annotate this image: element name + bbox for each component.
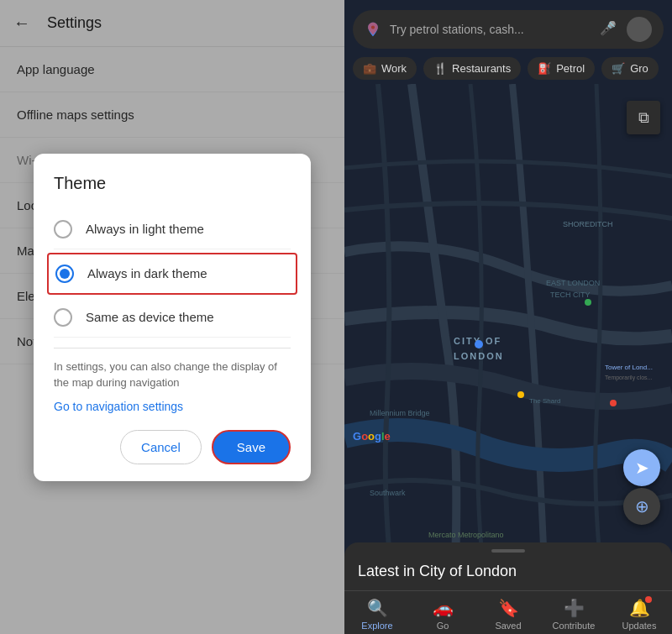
dialog-hint: In settings, you can also change the dis… [54,359,291,391]
nav-label-contribute: Contribute [553,621,596,631]
search-bar[interactable]: Try petrol stations, cash... 🎤 [353,10,664,49]
search-placeholder[interactable]: Try petrol stations, cash... [390,23,593,36]
layers-icon: ⧉ [638,109,649,127]
svg-text:Temporarily clos...: Temporarily clos... [605,375,652,381]
svg-text:Southwark: Southwark [370,489,406,497]
svg-point-13 [610,400,617,406]
saved-icon: 🔖 [498,598,519,618]
radio-label-light: Always in light theme [86,222,204,236]
navigate-fab[interactable]: ➤ [623,449,660,486]
radio-circle-device [54,308,72,327]
radio-label-device: Same as device theme [86,310,214,324]
cancel-button[interactable]: Cancel [120,430,202,464]
radio-circle-dark [55,265,74,283]
save-button[interactable]: Save [212,430,291,464]
svg-point-12 [517,391,524,398]
nav-settings-link[interactable]: Go to navigation settings [54,400,291,413]
bottom-title: Latest in City of London [344,559,672,590]
work-icon: 💼 [363,62,376,75]
radio-label-dark: Always in dark theme [87,266,207,280]
maps-panel: CITY OF LONDON SHOREDITCH EAST LONDON TE… [344,0,672,634]
chip-restaurants[interactable]: 🍴 Restaurants [423,57,521,80]
bottom-nav: 🔍 Explore 🚗 Go 🔖 Saved ➕ Contribute 🔔 [344,590,672,634]
chip-petrol[interactable]: ⛽ Petrol [528,57,595,80]
radio-option-dark[interactable]: Always in dark theme [55,261,289,286]
nav-item-explore[interactable]: 🔍 Explore [344,598,410,631]
svg-text:TECH CITY: TECH CITY [550,291,591,299]
radio-inner-dark [60,269,70,279]
mic-icon[interactable]: 🎤 [600,20,618,39]
svg-text:EAST LONDON: EAST LONDON [546,279,600,287]
notification-dot [645,596,652,603]
dialog-divider [54,348,291,348]
radio-option-dark-wrapper[interactable]: Always in dark theme [47,253,297,295]
chip-grocery-label: Gro [630,62,648,75]
google-logo: Google [353,430,391,443]
category-chips: 💼 Work 🍴 Restaurants ⛽ Petrol 🛒 Gro [344,57,672,80]
contribute-icon: ➕ [564,598,585,618]
chip-petrol-label: Petrol [556,62,585,75]
map-svg: CITY OF LONDON SHOREDITCH EAST LONDON TE… [344,84,672,605]
layers-button[interactable]: ⧉ [627,101,660,134]
navigate-icon: ➤ [635,458,649,478]
dialog-title: Theme [54,174,291,193]
nav-item-updates[interactable]: 🔔 Updates [606,598,672,631]
chip-grocery[interactable]: 🛒 Gro [601,57,659,80]
chip-work[interactable]: 💼 Work [353,57,417,80]
radio-option-light[interactable]: Always in light theme [54,210,291,249]
chip-work-label: Work [381,62,407,75]
nav-label-saved: Saved [495,621,521,631]
svg-text:LONDON: LONDON [454,351,504,361]
dialog-overlay: Theme Always in light theme Always in da… [0,0,344,634]
updates-icon: 🔔 [629,598,650,618]
svg-point-11 [585,299,591,306]
location-icon: ⊕ [635,496,649,516]
svg-text:Millennium Bridge: Millennium Bridge [370,409,430,417]
drag-handle [491,549,525,553]
chip-restaurants-label: Restaurants [452,62,511,75]
nav-label-go: Go [437,621,449,631]
svg-point-10 [475,340,483,348]
user-avatar[interactable] [627,17,652,42]
restaurants-icon: 🍴 [433,62,447,75]
nav-item-contribute[interactable]: ➕ Contribute [541,598,606,631]
nav-item-go[interactable]: 🚗 Go [410,598,475,631]
svg-text:SHOREDITCH: SHOREDITCH [563,220,613,228]
petrol-icon: ⛽ [538,62,551,75]
nav-label-updates: Updates [622,621,657,631]
dialog-buttons: Cancel Save [54,430,291,464]
svg-text:Mercato Metropolitano: Mercato Metropolitano [428,531,504,539]
svg-text:Tower of Lond...: Tower of Lond... [605,364,653,371]
bottom-sheet: Latest in City of London 🔍 Explore 🚗 Go … [344,542,672,634]
settings-panel: ← Settings App language Offline maps set… [0,0,344,634]
radio-circle-light [54,220,72,238]
nav-item-saved[interactable]: 🔖 Saved [475,598,541,631]
explore-icon: 🔍 [367,598,388,618]
location-fab[interactable]: ⊕ [623,488,660,525]
google-maps-logo-icon [365,21,381,38]
map-background: CITY OF LONDON SHOREDITCH EAST LONDON TE… [344,0,672,634]
go-icon: 🚗 [433,598,454,618]
grocery-icon: 🛒 [612,62,625,75]
svg-text:The Shard: The Shard [529,397,560,405]
theme-dialog: Theme Always in light theme Always in da… [34,154,311,481]
nav-label-explore: Explore [361,621,392,631]
radio-option-device[interactable]: Same as device theme [54,298,291,338]
